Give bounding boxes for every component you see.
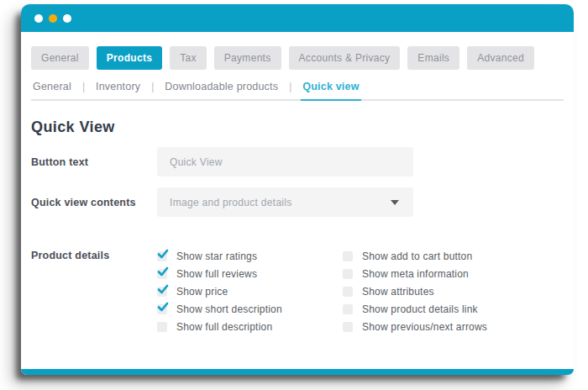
button-text-input[interactable]	[157, 147, 413, 177]
checkbox-show-full-reviews[interactable]: Show full reviews	[157, 265, 343, 282]
checkbox[interactable]	[343, 269, 353, 279]
checkbox[interactable]	[343, 251, 353, 261]
window-bottom-bar	[21, 369, 574, 375]
tab-tax[interactable]: Tax	[170, 46, 207, 70]
tab-emails[interactable]: Emails	[407, 46, 459, 70]
checkbox-show-star-ratings[interactable]: Show star ratings	[157, 247, 343, 265]
subtab-inventory[interactable]: Inventory	[94, 81, 142, 99]
checkbox-label: Show attributes	[362, 286, 434, 298]
subtab-general[interactable]: General	[31, 81, 73, 99]
quick-view-contents-row: Quick view contents Image and product de…	[31, 187, 564, 217]
checkbox-show-product-details-link[interactable]: Show product details link	[343, 300, 564, 318]
quick-view-contents-label: Quick view contents	[31, 197, 157, 208]
tab-accounts-privacy[interactable]: Accounts & Privacy	[289, 46, 401, 70]
products-subtabs: General | Inventory | Downloadable produ…	[31, 81, 564, 101]
checkmark-icon	[157, 266, 169, 277]
checkbox-show-full-description[interactable]: Show full description	[157, 318, 343, 335]
checkbox[interactable]	[157, 287, 167, 297]
checkbox[interactable]	[343, 322, 353, 332]
checkbox[interactable]	[157, 322, 167, 332]
checkbox-label: Show star ratings	[176, 250, 257, 262]
button-text-label: Button text	[31, 156, 157, 168]
checkbox-show-price[interactable]: Show price	[157, 282, 343, 300]
checkbox-show-add-to-cart-button[interactable]: Show add to cart button	[343, 247, 564, 265]
subtab-separator: |	[82, 81, 85, 93]
checkbox-show-previous-next-arrows[interactable]: Show previous/next arrows	[343, 318, 564, 335]
subtab-separator: |	[151, 81, 154, 93]
window-dot-icon	[49, 14, 57, 23]
checkbox-label: Show add to cart button	[362, 250, 472, 262]
tab-advanced[interactable]: Advanced	[467, 46, 534, 70]
product-details-left-column: Show star ratings Show full reviews Show…	[157, 247, 343, 335]
page-title: Quick View	[31, 119, 564, 136]
checkmark-icon	[157, 302, 169, 313]
checkbox-label: Show short description	[176, 303, 282, 315]
checkbox-label: Show full description	[176, 321, 272, 333]
subtab-separator: |	[289, 81, 291, 93]
browser-titlebar	[21, 4, 574, 32]
quick-view-contents-select[interactable]: Image and product details	[157, 187, 413, 217]
subtab-quick-view[interactable]: Quick view	[301, 81, 360, 101]
selected-option: Image and product details	[170, 197, 292, 208]
settings-window: General Products Tax Payments Accounts &…	[21, 4, 574, 375]
checkbox-show-attributes[interactable]: Show attributes	[343, 282, 564, 300]
product-details-label: Product details	[31, 247, 157, 265]
checkbox-label: Show price	[176, 286, 228, 298]
tab-payments[interactable]: Payments	[214, 46, 281, 70]
window-dot-icon	[34, 14, 43, 23]
checkbox-label: Show previous/next arrows	[362, 321, 487, 333]
checkbox-show-short-description[interactable]: Show short description	[157, 300, 343, 318]
checkbox[interactable]	[157, 251, 167, 261]
checkmark-icon	[157, 249, 169, 260]
product-details-right-column: Show add to cart button Show meta inform…	[343, 247, 564, 335]
checkbox[interactable]	[157, 304, 167, 314]
window-dot-icon	[63, 14, 71, 23]
checkbox-label: Show meta information	[362, 268, 469, 280]
checkbox[interactable]	[343, 304, 353, 314]
quick-view-form: Button text Quick view contents Image an…	[31, 147, 564, 335]
subtab-downloadable-products[interactable]: Downloadable products	[163, 81, 280, 99]
checkbox-label: Show full reviews	[176, 268, 257, 280]
product-details-section: Product details Show star ratings Show f…	[31, 247, 564, 335]
button-text-row: Button text	[31, 147, 564, 177]
tab-products[interactable]: Products	[97, 46, 162, 70]
chevron-down-icon	[391, 200, 399, 205]
checkbox-show-meta-information[interactable]: Show meta information	[343, 265, 564, 282]
checkmark-icon	[157, 284, 169, 295]
settings-tabs: General Products Tax Payments Accounts &…	[31, 46, 564, 70]
settings-content: General Products Tax Payments Accounts &…	[21, 32, 574, 369]
checkbox[interactable]	[157, 269, 167, 279]
tab-general[interactable]: General	[31, 46, 89, 70]
checkbox[interactable]	[343, 287, 353, 297]
checkbox-label: Show product details link	[362, 303, 478, 315]
